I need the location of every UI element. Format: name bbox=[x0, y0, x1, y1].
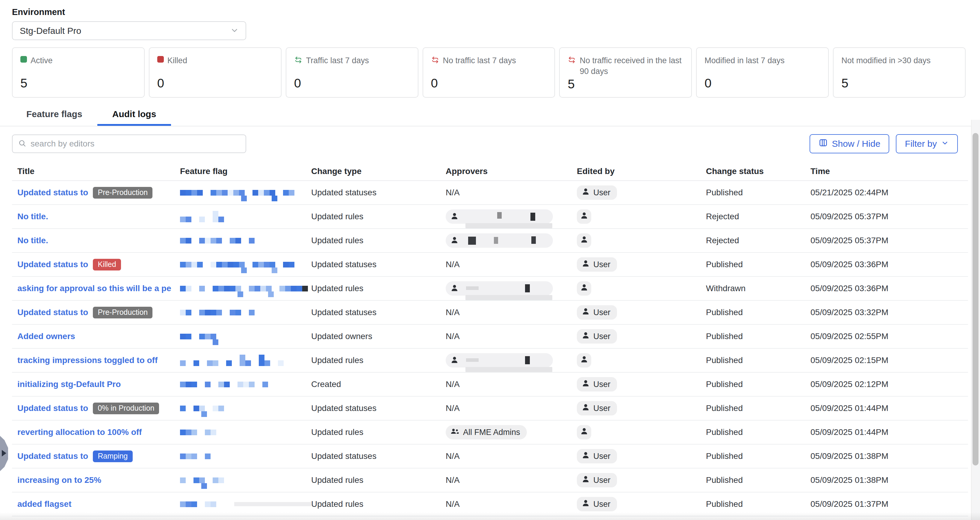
mask-block bbox=[186, 190, 191, 196]
mask-segment bbox=[205, 453, 210, 459]
person-icon bbox=[582, 499, 590, 509]
person-icon bbox=[450, 356, 458, 365]
mask-block bbox=[237, 291, 243, 297]
change-type-cell: Updated rules bbox=[311, 284, 445, 293]
change-status-cell: Published bbox=[706, 332, 810, 341]
table-row: No title.Updated rulesRejected05/09/2025… bbox=[12, 205, 968, 229]
audit-title-link[interactable]: Updated status to bbox=[18, 308, 88, 317]
search-input[interactable] bbox=[30, 139, 240, 149]
tab-feature-flags[interactable]: Feature flags bbox=[26, 109, 83, 126]
redacted-flag-name bbox=[180, 382, 311, 387]
change-status-cell: Published bbox=[706, 188, 810, 197]
table-header-row: TitleFeature flagChange typeApproversEdi… bbox=[12, 162, 968, 181]
stat-card-value: 5 bbox=[21, 76, 136, 91]
stats-row: Active5Killed0Traffic last 7 days0No tra… bbox=[12, 47, 966, 98]
feature-flag-cell bbox=[180, 429, 311, 435]
mask-block bbox=[180, 310, 186, 315]
title-cell: increasing on to 25% bbox=[12, 475, 180, 485]
edited-by-label: User bbox=[593, 308, 610, 317]
mask-block bbox=[199, 216, 205, 222]
audit-title-link[interactable]: No title. bbox=[18, 236, 48, 245]
change-type-cell: Updated statuses bbox=[311, 452, 445, 461]
audit-title-link[interactable]: initializing stg-Default Pro bbox=[18, 380, 121, 389]
mask-block bbox=[210, 334, 216, 339]
caret-right-icon bbox=[2, 450, 6, 456]
approver-redacted-pill bbox=[445, 281, 553, 296]
audit-title-link[interactable]: added flagset bbox=[18, 499, 71, 509]
mask-block bbox=[180, 382, 186, 387]
mask-block bbox=[205, 238, 210, 243]
audit-title-link[interactable]: No title. bbox=[18, 212, 48, 221]
time-cell: 05/09/2025 01:44PM bbox=[810, 428, 968, 437]
approver-group-chip: All FME Admins bbox=[445, 425, 527, 439]
mask-segment bbox=[230, 310, 241, 315]
approvers-na: N/A bbox=[445, 332, 460, 341]
person-icon bbox=[580, 211, 588, 222]
table-row: tracking impressions toggled to offUpdat… bbox=[12, 349, 968, 373]
mask-segment bbox=[180, 216, 191, 222]
edited-by-user-chip: User bbox=[577, 305, 617, 320]
title-cell: Updated status toRamping bbox=[12, 450, 180, 462]
environment-dropdown[interactable]: Stg-Default Pro bbox=[12, 21, 246, 40]
mask-block bbox=[197, 262, 203, 267]
redacted-flag-name bbox=[180, 262, 311, 267]
mask-block bbox=[180, 477, 186, 483]
audit-title-link[interactable]: reverting allocation to 100% off bbox=[18, 428, 142, 437]
filter-by-button[interactable]: Filter by bbox=[896, 134, 958, 153]
search-box[interactable] bbox=[12, 135, 246, 153]
audit-title-link[interactable]: Updated status to bbox=[18, 404, 88, 413]
audit-title-link[interactable]: Updated status to bbox=[18, 188, 88, 197]
stat-card: Modified in last 7 days0 bbox=[696, 47, 829, 98]
scrollbar-track[interactable] bbox=[971, 120, 980, 520]
mask-segment bbox=[249, 286, 272, 291]
time-cell: 05/09/2025 01:37PM bbox=[810, 499, 968, 509]
scrollbar-thumb[interactable] bbox=[972, 133, 978, 466]
mask-block bbox=[235, 286, 241, 291]
mask-segment bbox=[180, 238, 191, 243]
feature-flag-cell bbox=[180, 238, 311, 243]
audit-title-link[interactable]: Added owners bbox=[18, 332, 75, 341]
stat-card: Active5 bbox=[12, 47, 145, 98]
mask-block bbox=[260, 286, 266, 291]
redacted-flag-name bbox=[180, 477, 311, 483]
audit-title-link[interactable]: asking for approval so this will be a pe bbox=[18, 284, 171, 293]
mask-block bbox=[253, 262, 258, 267]
change-status-cell: Published bbox=[706, 475, 810, 485]
stat-card-label: No traffic received in the last 90 days bbox=[579, 55, 684, 77]
show-hide-button[interactable]: Show / Hide bbox=[810, 134, 889, 153]
mask-block bbox=[264, 360, 270, 366]
mask-block bbox=[259, 355, 264, 366]
change-status-cell: Published bbox=[706, 260, 810, 269]
audit-title-link[interactable]: Updated status to bbox=[18, 260, 88, 269]
person-icon bbox=[580, 355, 588, 366]
change-status-cell: Published bbox=[706, 499, 810, 509]
mask-segment bbox=[207, 360, 218, 366]
mask-block bbox=[255, 286, 260, 291]
mask-segment bbox=[199, 286, 205, 291]
redaction-mark bbox=[468, 237, 476, 245]
mask-block bbox=[222, 262, 228, 267]
mask-segment bbox=[180, 429, 197, 435]
mask-segment bbox=[194, 406, 205, 411]
approver-group-label: All FME Admins bbox=[463, 428, 520, 437]
table-row: No title.Updated rulesRejected05/09/2025… bbox=[12, 229, 968, 253]
redaction-mark bbox=[494, 237, 498, 244]
tab-audit-logs[interactable]: Audit logs bbox=[97, 109, 171, 126]
mask-block bbox=[186, 334, 191, 339]
audit-title-link[interactable]: Updated status to bbox=[18, 452, 88, 461]
change-status-cell: Published bbox=[706, 452, 810, 461]
columns-icon bbox=[819, 138, 828, 149]
mask-segment bbox=[253, 190, 275, 196]
stat-card-value: 0 bbox=[431, 76, 547, 91]
edited-by-user-chip: User bbox=[577, 473, 617, 487]
stat-card-value: 5 bbox=[568, 77, 684, 91]
mask-block bbox=[180, 190, 186, 196]
audit-title-link[interactable]: tracking impressions toggled to off bbox=[18, 356, 158, 365]
mask-segment bbox=[194, 360, 199, 366]
mask-block bbox=[249, 286, 255, 291]
audit-title-link[interactable]: increasing on to 25% bbox=[18, 475, 101, 485]
sidebar-expand-handle[interactable] bbox=[0, 436, 8, 471]
mask-block bbox=[213, 406, 218, 411]
mask-segment bbox=[249, 238, 255, 243]
time-cell: 05/09/2025 02:12PM bbox=[810, 380, 968, 389]
